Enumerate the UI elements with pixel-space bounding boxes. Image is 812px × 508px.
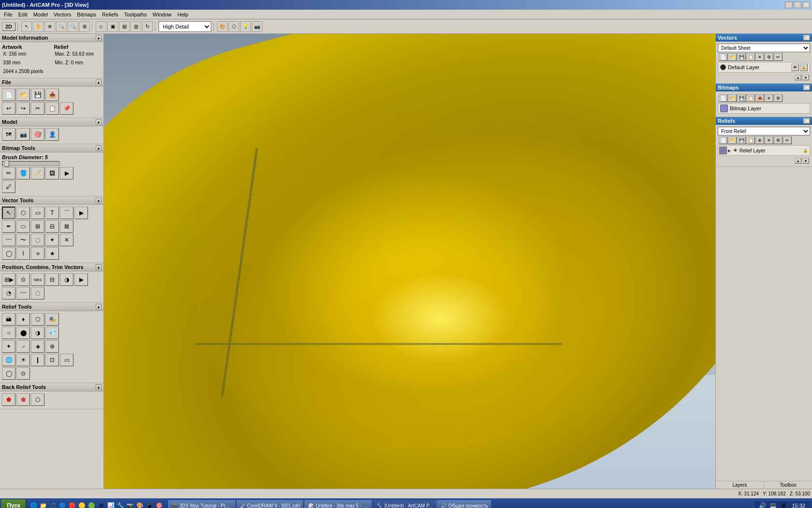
3d-viewport[interactable]	[104, 34, 715, 489]
taskbar-app4-icon[interactable]: 🟢	[87, 501, 96, 508]
model-btn-4[interactable]: 👤	[45, 128, 59, 141]
vector-rect[interactable]: ▭	[31, 207, 44, 219]
bmp-props[interactable]: ⚙	[774, 94, 783, 102]
bitmap-paint[interactable]: ✏	[2, 167, 15, 179]
close-button[interactable]: ✕	[802, 1, 810, 8]
bitmap-erase[interactable]: 🧹	[31, 167, 44, 179]
relief-merge[interactable]: ◑	[31, 327, 44, 339]
toolbar-pan[interactable]: ✋	[33, 21, 44, 32]
pos-align[interactable]: ⊞▶	[2, 273, 15, 286]
vec-save[interactable]: 💾	[737, 53, 746, 61]
taskbar-app11-icon[interactable]: 🎯	[155, 501, 163, 508]
relief-star4[interactable]: ☀	[16, 354, 30, 366]
taskbar-3dsmax-tutorial[interactable]: 🎬 3DS Max Tutorial - Prepa...	[168, 500, 236, 508]
bitmap-pen[interactable]: 🖊	[2, 180, 15, 193]
menu-file[interactable]: File	[1, 11, 15, 18]
relief-lock[interactable]: 🔒	[802, 148, 809, 153]
taskbar-app6-icon[interactable]: 📊	[106, 501, 115, 508]
2d-view-button[interactable]: 2D	[2, 22, 15, 31]
toolbar-camera[interactable]: 📷	[252, 21, 262, 32]
taskbar-artcam[interactable]: 🔧 (Untitled) - ArtCAM P...	[373, 500, 436, 508]
relief-crystal[interactable]: 💎	[45, 327, 59, 339]
maximize-button[interactable]: □	[794, 1, 801, 8]
taskbar-app7-icon[interactable]: 🔧	[116, 501, 125, 508]
bitmaps-collapse[interactable]: ◀	[803, 85, 810, 90]
taskbar-app8-icon[interactable]: 📷	[126, 501, 134, 508]
minimize-button[interactable]: _	[785, 1, 793, 8]
vector-distort[interactable]: ⊟	[45, 220, 59, 233]
vec-down[interactable]: ▼	[802, 75, 809, 80]
taskbar-app2-icon[interactable]: 🔴	[68, 501, 76, 508]
file-redo[interactable]: ↪	[16, 102, 30, 115]
taskbar-app10-icon[interactable]: 📱	[145, 501, 154, 508]
pos-bool[interactable]: ◑	[60, 273, 73, 286]
relief-smooth[interactable]: ◯	[2, 367, 15, 380]
menu-edit[interactable]: Edit	[15, 11, 30, 18]
file-import[interactable]: 📥	[45, 89, 59, 101]
pos-more[interactable]: ▶	[74, 273, 88, 286]
pos-distrib[interactable]: ⊙	[16, 273, 30, 286]
relief-sphere[interactable]: ⬤	[16, 327, 30, 339]
tray-display[interactable]: 🖥	[779, 501, 788, 508]
bmp-copy[interactable]: 📋	[746, 94, 755, 102]
bmp-save[interactable]: 💾	[737, 94, 746, 102]
layer-eye-icon[interactable]: 👁	[791, 63, 799, 71]
taskbar-folder-icon[interactable]: 📁	[39, 501, 47, 508]
model-btn-1[interactable]: 🗺	[2, 128, 15, 141]
vector-group[interactable]: ⊠	[60, 220, 73, 233]
relief-plane[interactable]: ⊡	[45, 354, 59, 366]
toolbar-rotate[interactable]: ↻	[142, 21, 153, 32]
relief-pillar[interactable]: ❙	[31, 354, 44, 366]
toolbar-render-mode[interactable]: ⬡	[229, 21, 239, 32]
pos-arc[interactable]: ◔	[2, 287, 15, 299]
tab-layers[interactable]: Layers	[716, 481, 764, 489]
rel-merge[interactable]: ⊕	[755, 136, 764, 144]
bitmap-fill[interactable]: 🪣	[16, 167, 30, 179]
vec-props[interactable]: ⚙	[765, 53, 773, 61]
vec-open[interactable]: 📂	[728, 53, 737, 61]
toolbar-pointer[interactable]: ↖	[21, 21, 32, 32]
vector-ellipse[interactable]: ⬭	[16, 220, 30, 233]
vector-extrude[interactable]: ⎆	[31, 247, 44, 260]
relief-circle[interactable]: ○	[2, 327, 15, 339]
toolbar-zoom-out[interactable]: 🔍	[68, 21, 78, 32]
file-open[interactable]: 📂	[16, 89, 30, 101]
taskbar-coreldraw[interactable]: 🖊 CorelDRAW 9 - [001.cdr]	[237, 500, 304, 508]
position-scroll[interactable]: ▲	[96, 264, 102, 270]
pos-trim[interactable]: ⊟	[45, 273, 59, 286]
rel-copy[interactable]: 📋	[746, 136, 755, 144]
reliefs-collapse[interactable]: ◀	[803, 118, 810, 124]
relief-eye-icon[interactable]: 👁	[732, 148, 739, 153]
file-undo[interactable]: ↩	[2, 102, 15, 115]
relief-diamond[interactable]: ♦	[16, 313, 30, 326]
toolbar-zoom-box[interactable]: ⊞	[79, 21, 90, 32]
relief-globe[interactable]: 🌐	[2, 354, 15, 366]
relief-noise[interactable]: ⊛	[45, 340, 59, 353]
vector-wave[interactable]: ⌇	[16, 247, 30, 260]
rel-save[interactable]: 💾	[737, 136, 746, 144]
relief-dropdown[interactable]: Front Relief Back Relief	[718, 127, 810, 135]
rel-props[interactable]: ⚙	[774, 136, 783, 144]
menu-help[interactable]: Help	[174, 11, 191, 18]
menu-vectors[interactable]: Vectors	[51, 11, 74, 18]
vector-scroll[interactable]: ▲	[96, 197, 102, 203]
tab-toolbox[interactable]: Toolbox	[764, 481, 812, 489]
relief-tools-scroll[interactable]: ▲	[96, 304, 102, 310]
layer-lock-icon[interactable]: 🔒	[800, 63, 808, 71]
taskbar-app3-icon[interactable]: 🟡	[77, 501, 86, 508]
pos-spin[interactable]: ◌	[31, 287, 44, 299]
vector-more1[interactable]: ▶	[74, 207, 88, 219]
vector-pen2[interactable]: ✒	[2, 220, 15, 233]
model-info-scroll[interactable]: ▲	[96, 35, 102, 41]
taskbar-app9-icon[interactable]: 🎨	[135, 501, 144, 508]
taskbar-media-icon[interactable]: 🎵	[48, 501, 57, 508]
vector-star2[interactable]: ★	[45, 247, 59, 260]
bitmap-scroll[interactable]: ▲	[96, 145, 102, 151]
model-btn-2[interactable]: 📷	[16, 128, 30, 141]
back-btn-1[interactable]: ⬟	[2, 393, 15, 406]
vec-rename[interactable]: ✏	[774, 53, 783, 61]
taskbar-app5-icon[interactable]: ⚙	[97, 501, 105, 508]
vector-offset[interactable]: ◌	[31, 234, 44, 246]
relief-sharp[interactable]: ⊙	[16, 367, 30, 380]
toolbar-render[interactable]: 🎨	[217, 21, 228, 32]
